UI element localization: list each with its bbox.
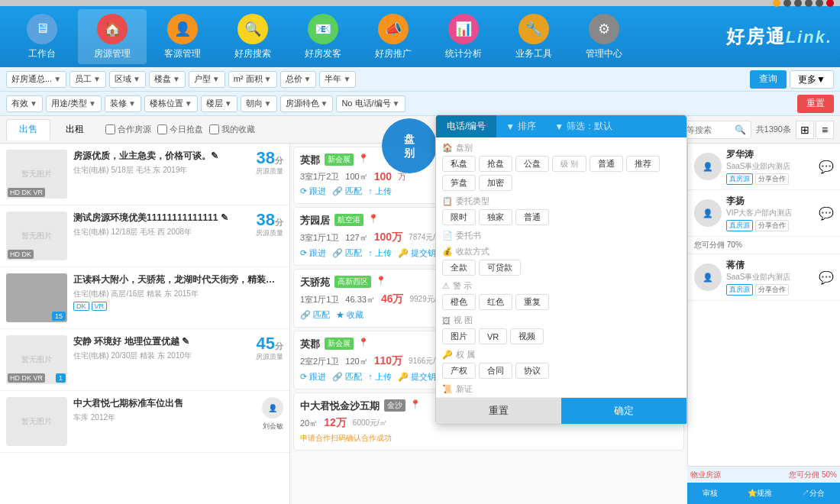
tag-share: 分享合作	[755, 284, 789, 296]
filter-price[interactable]: 总价▼	[280, 71, 317, 88]
list-item[interactable]: 15 正读科大附小，天骄苑，龙湖时代天街旁，精装修，满2年 住宅(电梯) 高层/…	[0, 267, 289, 329]
opt-red[interactable]: 红色	[479, 294, 512, 310]
checkbox-favorite[interactable]: 我的收藏	[209, 124, 255, 135]
query-button[interactable]: 查询	[750, 70, 787, 89]
nav-item-promote[interactable]: 📣 好房推广	[359, 9, 428, 64]
house-name: 英郡	[300, 153, 320, 167]
opt-loan[interactable]: 可贷款	[479, 260, 521, 276]
filter-time[interactable]: 半年▼	[319, 71, 356, 88]
list-view-btn[interactable]: ≡	[816, 121, 834, 139]
agent-name-small: 刘会敏	[263, 422, 283, 431]
opt-vr[interactable]: VR	[479, 328, 507, 344]
action-track[interactable]: ⟳ 跟进	[300, 186, 326, 197]
opt-property[interactable]: 产权	[442, 363, 476, 379]
filter-phone[interactable]: No 电话/编号▼	[336, 95, 405, 112]
filter-decor[interactable]: 装修▼	[105, 95, 141, 112]
chat-button[interactable]: 💬	[819, 160, 834, 174]
house-name: 芳园居	[300, 214, 330, 228]
action-upload[interactable]: ↑ 上传	[368, 371, 392, 383]
house-thumbnail: 暂无图片 HD DK	[6, 212, 67, 260]
grid-view-btn[interactable]: ⊞	[796, 121, 814, 139]
filter-staff[interactable]: 员工▼	[69, 71, 106, 88]
house-title: 房源优质，业主急卖，价格可谈。✎	[73, 150, 250, 163]
chat-button[interactable]: 💬	[819, 206, 834, 221]
filter-feature[interactable]: 房源特色▼	[280, 95, 334, 112]
filter-valid[interactable]: 有效▼	[6, 95, 43, 112]
opt-exclusive[interactable]: 独家	[479, 209, 512, 225]
list-item[interactable]: 暂无图片 HD DK 测试房源环境优美11111111111111 ✎ 住宅(电…	[0, 205, 289, 267]
opt-normal2[interactable]: 普通	[515, 209, 549, 225]
opt-encrypted[interactable]: 加密	[479, 175, 512, 191]
filter-building[interactable]: 楼盘▼	[149, 71, 186, 88]
dropdown-tab-filter[interactable]: ▼ 筛选：默认	[545, 115, 622, 137]
filter-layout[interactable]: 户型▼	[189, 71, 225, 88]
agent-item[interactable]: 👤 罗华涛 SaaS事业部内测店 真房源 分享合作 💬	[688, 144, 840, 190]
action-upload[interactable]: ↑ 上传	[368, 247, 392, 259]
opt-level[interactable]: 级 别	[552, 156, 586, 172]
filter-company[interactable]: 好房通总...▼	[6, 71, 66, 88]
opt-protocol[interactable]: 协议	[515, 363, 549, 379]
filter-direction[interactable]: 朝向▼	[241, 95, 277, 112]
action-track[interactable]: ⟳ 跟进	[300, 371, 326, 383]
action-track[interactable]: ⟳ 跟进	[300, 247, 326, 259]
nav-label-client: 客源管理	[164, 47, 201, 60]
filter-area-sqm[interactable]: m² 面积▼	[228, 71, 277, 88]
opt-grab[interactable]: 抢盘	[479, 156, 512, 172]
dropdown-tab-sort[interactable]: ▼ 排序	[496, 115, 545, 137]
action-collect[interactable]: ★ 收藏	[336, 309, 363, 321]
tab-sale[interactable]: 出售	[6, 119, 50, 141]
action-review[interactable]: 审核	[703, 488, 718, 499]
filter-use-type[interactable]: 用途/类型▼	[46, 95, 102, 112]
action-match[interactable]: 🔗 匹配	[332, 247, 362, 259]
action-upload[interactable]: ↑ 上传	[368, 186, 392, 197]
opt-limited[interactable]: 限时	[442, 209, 476, 225]
list-item[interactable]: 暂无图片 中大君悦七期标准车位出售 车库 2012年 👤 刘会敏	[0, 391, 289, 453]
dropdown-confirm-button[interactable]: 确定	[561, 398, 687, 424]
action-match[interactable]: 🔗 匹配	[332, 371, 362, 383]
action-match[interactable]: 🔗 匹配	[300, 309, 330, 321]
house-info: 测试房源环境优美11111111111111 ✎ 住宅(电梯) 12/18层 毛…	[73, 212, 250, 260]
filter-area[interactable]: 区域▼	[109, 71, 146, 88]
house-thumbnail: 暂无图片 1 HD DK VR	[6, 335, 67, 384]
nav-item-house[interactable]: 🏠 房源管理	[78, 9, 147, 64]
header: 🖥 工作台 🏠 房源管理 👤 客源管理 🔍 好房搜索 📧 好房发客 📣	[0, 6, 840, 67]
action-match[interactable]: 🔗 匹配	[332, 186, 362, 197]
opt-contract[interactable]: 合同	[479, 363, 512, 379]
nav-item-tools[interactable]: 🔧 业务工具	[499, 9, 568, 64]
opt-normal[interactable]: 普通	[590, 156, 623, 172]
more-button[interactable]: 更多▼	[790, 70, 834, 89]
filter-floor[interactable]: 楼层▼	[201, 95, 237, 112]
agent-item[interactable]: 👤 蒋倩 SaaS事业部内测店 真房源 分享合作 💬	[688, 254, 840, 301]
list-item[interactable]: 暂无图片 1 HD DK VR 安静 环境好 地理位置优越 ✎ 住宅(电梯) 2…	[0, 329, 289, 391]
nav-item-desk[interactable]: 🖥 工作台	[8, 9, 76, 64]
nav-item-send[interactable]: 📧 好房发客	[289, 9, 357, 64]
nav-item-manage[interactable]: ⚙ 管理中心	[570, 9, 638, 64]
nav-item-stats[interactable]: 📊 统计分析	[429, 9, 498, 64]
checkbox-today[interactable]: 今日抢盘	[157, 124, 203, 135]
opt-orange[interactable]: 橙色	[442, 294, 476, 310]
filter-bar-1: 好房通总...▼ 员工▼ 区域▼ 楼盘▼ 户型▼ m² 面积▼ 总价▼ 半年▼ …	[0, 67, 840, 92]
list-item[interactable]: 暂无图片 HD DK VR 房源优质，业主急卖，价格可谈。✎ 住宅(电梯) 5/…	[0, 144, 289, 205]
action-share[interactable]: ↗分合	[802, 488, 825, 499]
chat-button[interactable]: 💬	[819, 270, 834, 285]
tab-rent[interactable]: 出租	[53, 119, 96, 141]
opt-video[interactable]: 视频	[510, 328, 544, 344]
opt-public[interactable]: 公盘	[515, 156, 549, 172]
action-recommend[interactable]: ⭐规推	[748, 488, 772, 499]
score-number: 38分	[257, 212, 283, 228]
filter-position[interactable]: 楼栋位置▼	[144, 95, 198, 112]
agent-item[interactable]: 👤 李扬 VIP大客户部内测店 真房源 分享合作 💬	[688, 190, 840, 237]
reset-button[interactable]: 重置	[797, 95, 834, 113]
opt-full[interactable]: 全款	[442, 260, 476, 276]
tag-real: 真房源	[726, 220, 753, 231]
opt-recommend[interactable]: 推荐	[626, 156, 660, 172]
opt-private[interactable]: 私盘	[442, 156, 476, 172]
checkbox-cooperation[interactable]: 合作房源	[105, 124, 151, 135]
nav-item-client[interactable]: 👤 客源管理	[148, 9, 217, 64]
opt-photo[interactable]: 图片	[442, 328, 476, 344]
nav-item-search[interactable]: 🔍 好房搜索	[218, 9, 287, 64]
opt-repeat[interactable]: 重复	[515, 294, 549, 310]
opt-hot[interactable]: 笋盘	[442, 175, 476, 191]
dropdown-tab-phone[interactable]: 电话/编号	[436, 115, 496, 137]
dropdown-reset-button[interactable]: 重置	[436, 398, 561, 424]
